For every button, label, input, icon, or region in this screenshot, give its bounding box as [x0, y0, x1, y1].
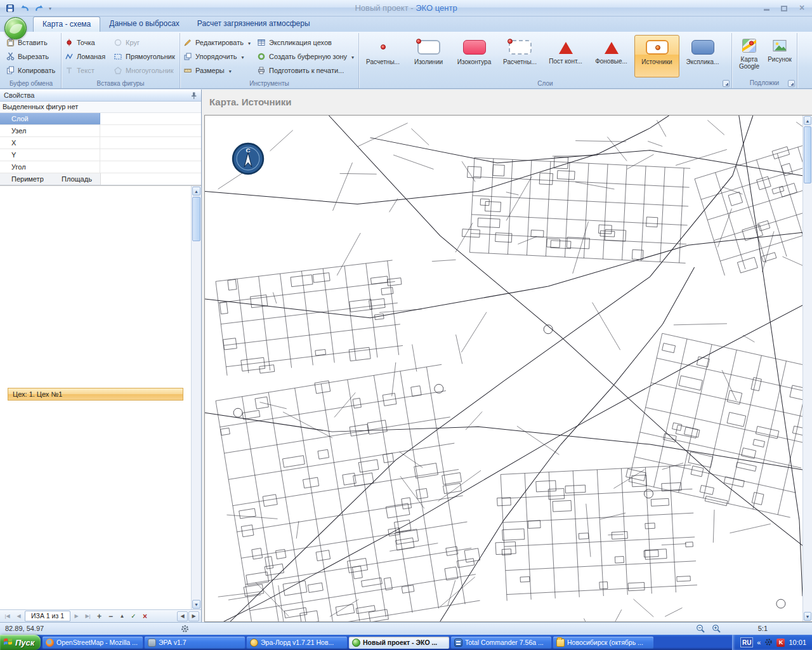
scroll-up-icon[interactable]: ▲: [804, 116, 811, 125]
picture-underlay-button[interactable]: Рисунок: [766, 36, 793, 76]
property-row-angle[interactable]: Угол: [0, 161, 201, 173]
layers-dialog-launcher-icon[interactable]: [723, 80, 730, 87]
nav-cancel-button[interactable]: [140, 611, 150, 621]
scroll-down-icon[interactable]: ▼: [192, 600, 200, 609]
picture-underlay-label: Рисунок: [768, 56, 792, 63]
polygon-icon: [114, 66, 122, 75]
task-openstreetmap[interactable]: OpenStreetMap - Mozilla ...: [43, 637, 143, 649]
hscroll-right-icon[interactable]: [188, 611, 199, 621]
underlays-dialog-launcher-icon[interactable]: [788, 80, 795, 87]
nav-edit-button[interactable]: [117, 611, 128, 621]
property-row-y[interactable]: Y: [0, 149, 201, 161]
language-indicator[interactable]: RU: [740, 637, 753, 647]
task-label: OpenStreetMap - Mozilla ...: [56, 639, 138, 646]
google-map-button[interactable]: Карта Google: [736, 36, 763, 76]
nav-prev-button[interactable]: [13, 611, 24, 621]
shape-text-button[interactable]: Текст: [63, 64, 112, 76]
shape-rectangle-button[interactable]: Прямоугольник: [112, 50, 179, 62]
control-post-layer-icon: [559, 42, 573, 54]
tab-atmosphere-calc[interactable]: Расчет загрязнения атмосферы: [188, 17, 319, 32]
property-value: [100, 137, 201, 149]
layer-button-post-kontrol[interactable]: Пост конт...: [543, 35, 588, 77]
property-value: [100, 149, 201, 161]
map-canvas[interactable]: [205, 116, 802, 621]
prepare-print-button[interactable]: Подготовить к печати...: [255, 64, 357, 76]
task-era-lord[interactable]: Эра-Лорд v1.7.21 Нов...: [247, 637, 347, 649]
ribbon: Вставить Вырезать Копировать Буфер обмен…: [0, 32, 812, 89]
workshop-list-item[interactable]: Цех: 1. Цех №1: [8, 388, 183, 401]
scroll-down-icon[interactable]: ▼: [804, 612, 811, 621]
object-list[interactable]: Цех: 1. Цех №1 ▲ ▼: [0, 185, 201, 609]
property-row-node[interactable]: Узел: [0, 125, 201, 137]
layer-button-raschetnye-tochki[interactable]: Расчетны...: [360, 35, 405, 77]
layer-button-eksplikatsiya[interactable]: Эксплика...: [680, 35, 725, 77]
dropdown-arrow-icon: [247, 39, 251, 46]
antivirus-tray-icon[interactable]: [776, 639, 785, 647]
tray-gear-icon[interactable]: [764, 638, 773, 647]
ribbon-group-insert-shape: Точка Круг Ломаная: [62, 33, 180, 88]
scroll-up-icon[interactable]: ▲: [192, 187, 200, 196]
map-vertical-scrollbar[interactable]: ▲ ▼: [802, 116, 812, 621]
list-vertical-scrollbar[interactable]: ▲ ▼: [191, 186, 201, 609]
layer-button-istochniki[interactable]: Источники: [634, 35, 679, 77]
nav-last-button[interactable]: [82, 611, 93, 621]
property-row-x[interactable]: X: [0, 137, 201, 149]
layer-label: Расчетны...: [366, 58, 400, 65]
maximize-button[interactable]: [779, 3, 789, 12]
layer-button-izokontura[interactable]: Изоконтура: [452, 35, 497, 77]
arrange-menu-button[interactable]: Упорядочить: [181, 50, 255, 62]
layer-label: Источники: [641, 58, 672, 65]
nav-delete-button[interactable]: [105, 611, 116, 621]
zoom-in-icon[interactable]: [712, 624, 721, 635]
properties-panel: Свойства Выделенных фигур нет Слой Узел …: [0, 90, 202, 622]
layer-button-izolinii[interactable]: Изолинии: [406, 35, 451, 77]
buffer-zone-label: Создать буферную зону: [269, 53, 347, 60]
google-map-label: Карта Google: [736, 56, 763, 70]
explication-button[interactable]: Экспликация цехов: [255, 36, 357, 48]
application-menu-button[interactable]: [4, 17, 27, 39]
prepare-print-label: Подготовить к печати...: [269, 67, 344, 74]
shape-polygon-button[interactable]: Многоугольник: [112, 64, 179, 76]
window-title-app: ЭКО центр: [416, 3, 457, 13]
shape-circle-button[interactable]: Круг: [112, 36, 179, 48]
edit-menu-button[interactable]: Редактировать: [181, 36, 255, 48]
shape-rectangle-label: Прямоугольник: [126, 53, 175, 60]
isolines-layer-icon: [417, 40, 440, 55]
firefox-icon: [46, 639, 54, 647]
layer-button-fonovye[interactable]: Фоновые...: [589, 35, 634, 77]
text-icon: [65, 66, 74, 75]
task-eco-center[interactable]: Новый проект - ЭКО ...: [349, 637, 449, 649]
sizes-menu-label: Размеры: [195, 67, 225, 74]
nav-next-button[interactable]: [71, 611, 82, 621]
explication-layer-icon: [691, 40, 714, 55]
task-era[interactable]: ЭРА v1.7: [145, 637, 245, 649]
minimize-button[interactable]: [761, 3, 771, 12]
tab-map-scheme[interactable]: Карта - схема: [33, 17, 100, 32]
cut-button[interactable]: Вырезать: [4, 50, 58, 62]
scissors-icon: [6, 52, 15, 61]
zoom-out-icon[interactable]: [696, 624, 705, 635]
buffer-zone-button[interactable]: Создать буферную зону: [255, 50, 357, 62]
tab-emissions-data[interactable]: Данные о выбросах: [100, 17, 188, 32]
pin-icon[interactable]: [190, 91, 198, 100]
task-novosibirsk-folder[interactable]: Новосибирск (октябрь ...: [553, 637, 653, 649]
property-row-layer[interactable]: Слой: [0, 113, 201, 125]
scrollbar-thumb[interactable]: [804, 126, 811, 183]
layer-button-raschetnye-oblasti[interactable]: Расчетны...: [497, 35, 542, 77]
start-label: Пуск: [15, 638, 34, 647]
copy-button[interactable]: Копировать: [4, 64, 58, 76]
gear-icon[interactable]: [181, 625, 189, 634]
nav-add-button[interactable]: [94, 611, 105, 621]
shape-point-button[interactable]: Точка: [63, 36, 112, 48]
task-total-commander[interactable]: Total Commander 7.56a ...: [451, 637, 551, 649]
nav-first-button[interactable]: [2, 611, 13, 621]
close-button[interactable]: ×: [797, 3, 807, 12]
nav-post-button[interactable]: [128, 611, 139, 621]
shape-polyline-button[interactable]: Ломаная: [63, 50, 112, 62]
sizes-menu-button[interactable]: Размеры: [181, 64, 255, 76]
scrollbar-thumb[interactable]: [192, 197, 200, 241]
arrange-menu-label: Упорядочить: [195, 53, 237, 60]
start-button[interactable]: Пуск: [0, 635, 41, 650]
tray-expand-chevron[interactable]: «: [757, 639, 761, 646]
hscroll-left-icon[interactable]: [177, 611, 188, 621]
